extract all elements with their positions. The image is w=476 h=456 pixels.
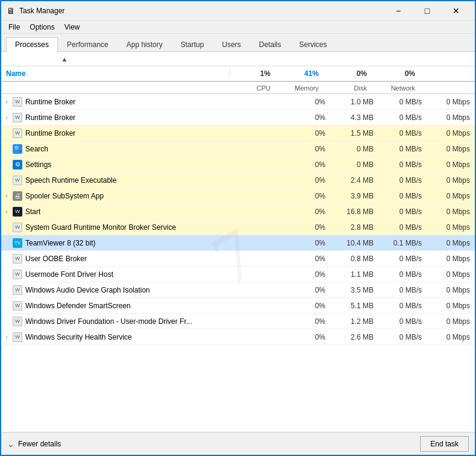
process-disk: 0 MB/s [378,160,427,169]
process-network: 0 Mbps [427,113,475,122]
process-cpu: 0% [285,113,330,122]
process-icon: TV [12,238,23,249]
process-icon: W [12,97,23,107]
process-disk: 0 MB/s [378,223,427,232]
process-network: 0 Mbps [427,129,475,138]
table-row[interactable]: ›🖨Spooler SubSystem App0%3.9 MB0 MB/s0 M… [1,188,475,204]
process-disk: 0 MB/s [378,176,427,185]
minimize-button[interactable]: − [384,2,412,20]
expand-arrow [1,141,12,156]
header-network-pct[interactable]: 0% [372,69,420,78]
tab-processes[interactable]: Processes [6,37,58,52]
table-row[interactable]: ›WRuntime Broker0%1.0 MB0 MB/s0 Mbps [1,94,475,110]
process-icon: W [12,300,23,311]
process-name: Search [25,145,285,153]
table-row[interactable]: ›WStart0%16.8 MB0 MB/s0 Mbps [1,204,475,220]
task-manager-window: 🖥 Task Manager − □ ✕ File Options View P… [0,0,476,456]
tab-services[interactable]: Services [290,37,336,52]
process-disk: 0 MB/s [378,98,427,106]
process-name: TeamViewer 8 (32 bit) [25,239,285,247]
process-cpu: 0% [285,145,330,153]
process-network: 0 Mbps [427,176,475,185]
tab-app-history[interactable]: App history [117,37,172,52]
process-memory: 1.0 MB [330,98,378,106]
process-cpu: 0% [285,207,330,216]
tab-users[interactable]: Users [213,37,249,52]
expand-arrow[interactable]: › [1,188,12,203]
process-icon: W [12,316,23,327]
column-sub-headers: CPU Memory Disk Network [1,82,475,94]
process-memory: 16.8 MB [330,207,378,216]
process-memory: 1.1 MB [330,270,378,279]
fewer-details-button[interactable]: ⌄ Fewer details [7,439,61,449]
tab-bar: Processes Performance App history Startu… [1,34,475,52]
expand-arrow[interactable]: › [1,94,12,109]
table-row[interactable]: WSystem Guard Runtime Monitor Broker Ser… [1,220,475,235]
process-name: Windows Driver Foundation - User-mode Dr… [25,317,285,326]
table-row[interactable]: WWindows Audio Device Graph Isolation0%3… [1,282,475,298]
table-row[interactable]: WWindows Driver Foundation - User-mode D… [1,314,475,329]
process-name: User OOBE Broker [25,255,285,263]
header-cpu-pct[interactable]: 1% [230,69,275,78]
process-network: 0 Mbps [427,223,475,232]
process-memory: 1.2 MB [330,317,378,326]
expand-arrow [1,220,12,235]
process-disk: 0 MB/s [378,270,427,279]
table-row[interactable]: WRuntime Broker0%1.5 MB0 MB/s0 Mbps [1,125,475,141]
expand-arrow [1,267,12,282]
process-table-body[interactable]: ›WRuntime Broker0%1.0 MB0 MB/s0 Mbps›WRu… [1,94,475,432]
expand-arrow [1,282,12,297]
fewer-details-label: Fewer details [18,440,61,448]
table-row[interactable]: TVTeamViewer 8 (32 bit)0%10.4 MB0.1 MB/s… [1,235,475,251]
process-icon: W [12,112,23,123]
process-cpu: 0% [285,129,330,138]
window-title: Task Manager [19,7,384,15]
sub-cpu: CPU [230,84,275,92]
process-disk: 0 MB/s [378,286,427,294]
process-memory: 4.3 MB [330,113,378,122]
process-cpu: 0% [285,270,330,279]
process-name: Speech Runtime Executable [25,176,285,185]
process-network: 0 Mbps [427,255,475,263]
expand-arrow[interactable]: › [1,204,12,219]
table-row[interactable]: WUsermode Font Driver Host0%1.1 MB0 MB/s… [1,267,475,282]
process-disk: 0 MB/s [378,129,427,138]
menu-file[interactable]: File [4,22,25,33]
expand-arrow[interactable]: › [1,110,12,125]
table-row[interactable]: ›WRuntime Broker0%4.3 MB0 MB/s0 Mbps [1,110,475,125]
window-controls: − □ ✕ [384,2,470,20]
process-name: Windows Defender SmartScreen [25,302,285,310]
menu-view[interactable]: View [60,22,85,33]
tab-details[interactable]: Details [250,37,290,52]
process-name: Windows Audio Device Graph Isolation [25,286,285,294]
table-row[interactable]: WWindows Defender SmartScreen0%5.1 MB0 M… [1,298,475,314]
process-icon: W [12,332,23,343]
tab-startup[interactable]: Startup [172,37,213,52]
process-disk: 0 MB/s [378,192,427,200]
table-row[interactable]: ⚙Settings0%0 MB0 MB/s0 Mbps [1,157,475,173]
sort-arrow-container[interactable]: ▲ [1,55,128,63]
expand-arrow [1,173,12,188]
header-name[interactable]: Name [1,69,230,78]
expand-arrow [1,125,12,141]
menu-options[interactable]: Options [25,22,59,33]
table-row[interactable]: ›WWindows Security Health Service0%2.6 M… [1,329,475,345]
table-row[interactable]: WUser OOBE Broker0%0.8 MB0 MB/s0 Mbps [1,251,475,267]
process-icon: 🔍 [12,144,23,154]
maximize-button[interactable]: □ [413,2,441,20]
tab-performance[interactable]: Performance [58,37,117,52]
process-memory: 2.6 MB [330,333,378,341]
expand-arrow [1,157,12,172]
process-disk: 0 MB/s [378,145,427,153]
table-row[interactable]: 🔍Search0%0 MB0 MB/s0 Mbps [1,141,475,157]
table-row[interactable]: WSpeech Runtime Executable0%2.4 MB0 MB/s… [1,173,475,188]
expand-arrow[interactable]: › [1,329,12,344]
header-disk-pct[interactable]: 0% [324,69,372,78]
process-memory: 3.5 MB [330,286,378,294]
process-disk: 0 MB/s [378,333,427,341]
close-button[interactable]: ✕ [442,2,470,20]
header-memory-pct[interactable]: 41% [275,69,324,78]
sub-memory: Memory [275,84,324,92]
end-task-button[interactable]: End task [420,436,469,452]
process-name: Runtime Broker [25,129,285,138]
